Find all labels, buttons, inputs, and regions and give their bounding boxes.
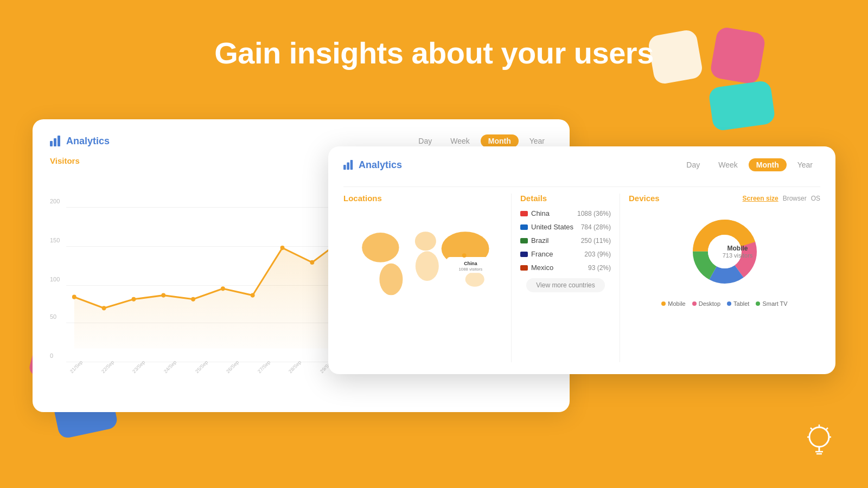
country-row-france: France 203 (9%) [520,250,611,258]
deco-pink-shape [709,26,766,85]
analytics-logo-back: Analytics [50,136,110,147]
y-label-50: 50 [50,313,56,320]
svg-point-13 [72,295,76,299]
tab-day-back[interactable]: Day [411,134,439,147]
devices-title: Devices [629,194,660,203]
front-card-divider [343,187,820,187]
cards-container: Analytics Day Week Month Year Visitors 2… [33,108,835,455]
legend-dot-tablet [727,301,731,306]
country-name-usa: United States [520,223,573,231]
legend-tablet: Tablet [727,300,749,307]
map-area: China 1088 visitors [343,209,502,307]
y-label-100: 100 [50,276,60,282]
legend-dot-mobile [661,301,666,306]
svg-point-16 [161,293,165,298]
donut-chart: Mobile 713 visitors [681,208,768,295]
svg-rect-10 [54,138,56,146]
locations-section: Locations [343,194,512,362]
deco-white-shape [647,29,704,85]
svg-rect-31 [350,160,353,170]
device-tab-browser[interactable]: Browser [783,195,807,202]
svg-point-32 [362,233,399,262]
device-tabs: Screen size Browser OS [743,195,820,202]
svg-point-41 [462,253,467,258]
svg-rect-11 [58,136,60,146]
flag-brazil [520,238,528,243]
y-label-200: 200 [50,198,60,204]
tab-month-back[interactable]: Month [481,134,519,147]
svg-point-14 [102,306,106,310]
svg-point-19 [251,293,255,298]
country-name-france: France [520,250,553,258]
tab-day-front[interactable]: Day [679,158,707,171]
legend-smart-tv: Smart TV [756,300,787,307]
legend-mobile: Mobile [661,300,685,307]
tab-week-front[interactable]: Week [711,158,745,171]
world-map-svg: China 1088 visitors [343,209,502,307]
flag-usa [520,224,528,230]
country-row-brazil: Brazil 250 (11%) [520,236,611,245]
svg-point-33 [379,264,403,296]
svg-point-21 [310,260,314,265]
tab-week-back[interactable]: Week [443,134,477,147]
front-card-header: Analytics Day Week Month Year [343,158,820,171]
flag-china [520,211,528,216]
donut-label: Mobile 713 visitors [723,245,753,259]
device-tab-screen-size[interactable]: Screen size [743,195,778,202]
view-more-countries-button[interactable]: View more countries [526,278,605,292]
devices-header: Devices Screen size Browser OS [629,194,820,203]
devices-legend: Mobile Desktop Tablet Smart TV [629,300,820,307]
country-row-usa: United States 784 (28%) [520,223,611,231]
analytics-locations-card: Analytics Day Week Month Year Locations [328,146,835,374]
tab-year-back[interactable]: Year [522,134,552,147]
tab-month-front[interactable]: Month [749,158,787,171]
y-label-150: 150 [50,237,60,243]
country-row-china: China 1088 (36%) [520,209,611,217]
flag-mexico [520,265,528,271]
details-title: Details [520,194,611,203]
svg-point-15 [132,297,136,301]
svg-text:China: China [464,261,477,266]
svg-point-35 [416,251,439,281]
front-card-body: Locations [343,194,820,362]
back-card-header: Analytics Day Week Month Year [50,134,552,147]
svg-rect-29 [343,165,346,170]
locations-title: Locations [343,194,502,203]
tab-year-front[interactable]: Year [790,158,820,171]
country-name-china: China [520,209,550,217]
svg-point-37 [465,272,484,286]
analytics-logo-front: Analytics [343,159,402,171]
front-card-time-tabs: Day Week Month Year [679,158,820,171]
devices-section: Devices Screen size Browser OS [620,194,820,362]
svg-point-17 [191,297,195,301]
details-section: Details China 1088 (36%) United States 7… [512,194,620,362]
legend-dot-smart-tv [756,301,760,306]
legend-dot-desktop [692,301,697,306]
back-card-time-tabs: Day Week Month Year [411,134,552,147]
svg-point-34 [415,232,436,251]
legend-desktop: Desktop [692,300,720,307]
flag-france [520,252,528,257]
country-row-mexico: Mexico 93 (2%) [520,264,611,272]
svg-point-20 [280,246,285,250]
country-name-brazil: Brazil [520,236,549,245]
svg-rect-30 [347,163,349,170]
svg-rect-9 [50,141,53,146]
svg-text:1088 visitors: 1088 visitors [459,267,483,272]
svg-point-18 [221,286,225,291]
country-name-mexico: Mexico [520,264,553,272]
device-tab-os[interactable]: OS [811,195,820,202]
y-label-0: 0 [50,352,53,359]
